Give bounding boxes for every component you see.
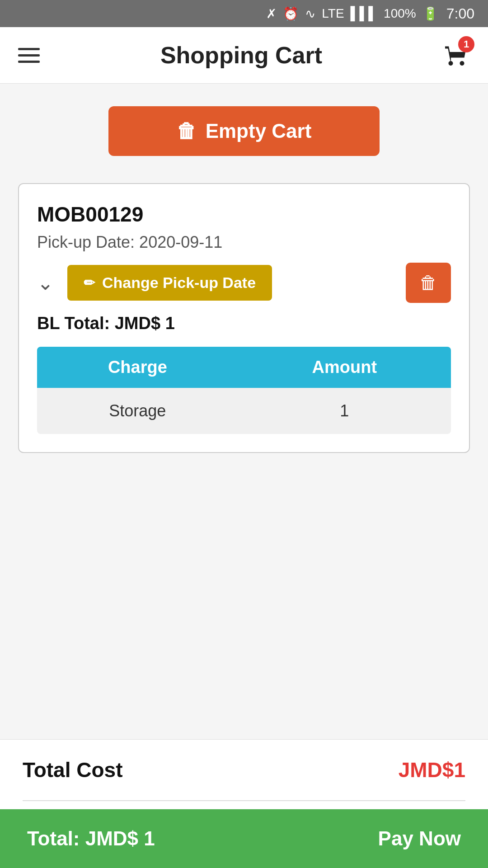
trash-icon: 🗑 xyxy=(177,120,197,142)
pickup-date-label: Pick-up Date: xyxy=(37,233,135,251)
wifi-icon: ∿ xyxy=(305,6,315,21)
pickup-date-value: 2020-09-11 xyxy=(139,233,222,251)
footer-total: Total Cost JMD$1 xyxy=(0,739,488,800)
charge-table-body: Storage 1 xyxy=(37,388,451,434)
hamburger-line-3 xyxy=(18,61,40,63)
table-row: Storage 1 xyxy=(37,388,451,434)
cart-item-id: MOB00129 xyxy=(37,202,451,226)
bl-total: BL Total: JMD$ 1 xyxy=(37,314,451,333)
cart-card: MOB00129 Pick-up Date: 2020-09-11 ⌄ ✏ Ch… xyxy=(18,183,470,453)
status-time: 7:00 xyxy=(446,5,474,22)
empty-cart-label: Empty Cart xyxy=(206,120,312,142)
alarm-icon: ⏰ xyxy=(283,6,299,21)
charge-table-header-row: Charge Amount xyxy=(37,347,451,388)
cart-badge: 1 xyxy=(458,36,474,52)
empty-cart-button[interactable]: 🗑 Empty Cart xyxy=(108,106,380,156)
hamburger-menu-button[interactable] xyxy=(18,48,40,63)
status-bar: ✗ ⏰ ∿ LTE ▌▌▌ 100% 🔋 7:00 xyxy=(0,0,488,27)
main-content: 🗑 Empty Cart MOB00129 Pick-up Date: 2020… xyxy=(0,84,488,739)
total-cost-value: JMD$1 xyxy=(399,758,465,782)
pay-now-bar: Total: JMD$ 1 Pay Now xyxy=(0,809,488,868)
lte-icon: LTE xyxy=(322,6,344,21)
header: Shopping Cart 1 xyxy=(0,27,488,84)
status-icons: ✗ ⏰ ∿ LTE ▌▌▌ 100% 🔋 xyxy=(266,6,438,21)
cart-item-controls: ⌄ ✏ Change Pick-up Date 🗑 xyxy=(37,263,451,303)
chevron-down-icon[interactable]: ⌄ xyxy=(37,271,54,294)
delete-item-button[interactable]: 🗑 xyxy=(406,263,451,303)
change-pickup-date-button[interactable]: ✏ Change Pick-up Date xyxy=(67,265,272,301)
delete-trash-icon: 🗑 xyxy=(419,273,437,293)
charge-cell: Storage xyxy=(37,388,238,434)
cart-icon-button[interactable]: 1 xyxy=(443,41,470,70)
charge-table: Charge Amount Storage 1 xyxy=(37,347,451,434)
signal-icon: ▌▌▌ xyxy=(351,6,378,21)
bl-total-value: 1 xyxy=(165,314,175,333)
total-cost-label: Total Cost xyxy=(23,758,122,782)
footer-divider xyxy=(23,800,465,801)
page-title: Shopping Cart xyxy=(160,42,322,69)
pay-total-label: Total: JMD$ 1 xyxy=(27,827,155,850)
charge-column-header: Charge xyxy=(37,347,238,388)
bluetooth-icon: ✗ xyxy=(266,6,277,21)
battery-label: 100% xyxy=(384,6,416,21)
hamburger-line-1 xyxy=(18,48,40,50)
pay-now-button[interactable]: Pay Now xyxy=(378,827,461,850)
battery-icon: 🔋 xyxy=(422,6,438,21)
hamburger-line-2 xyxy=(18,54,40,57)
amount-column-header: Amount xyxy=(238,347,451,388)
change-pickup-date-label: Change Pick-up Date xyxy=(102,274,256,292)
pencil-icon: ✏ xyxy=(84,275,95,291)
charge-table-header: Charge Amount xyxy=(37,347,451,388)
bl-total-label: BL Total: JMD$ xyxy=(37,314,160,333)
pickup-date: Pick-up Date: 2020-09-11 xyxy=(37,233,451,252)
amount-cell: 1 xyxy=(238,388,451,434)
